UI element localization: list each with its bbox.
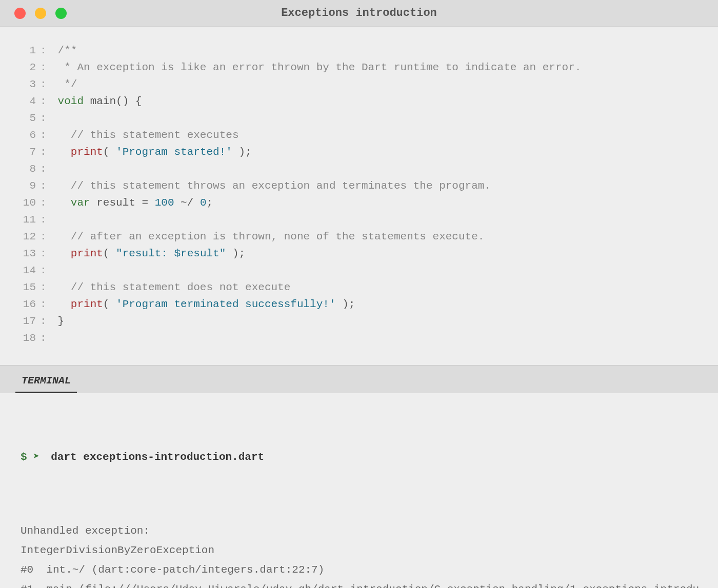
gutter-separator: : xyxy=(40,245,51,262)
code-line: 17: } xyxy=(0,313,718,330)
terminal-output: Unhandled exception:IntegerDivisionByZer… xyxy=(21,521,697,588)
terminal-output-line: #1 main (file:///Users/Uday.Hiwarale/uda… xyxy=(21,580,697,588)
line-number: 4 xyxy=(0,93,40,110)
window-title: Exceptions introduction xyxy=(0,7,718,19)
line-number: 17 xyxy=(0,313,40,330)
line-number: 2 xyxy=(0,59,40,76)
gutter-separator: : xyxy=(40,296,51,313)
code-content: // after an exception is thrown, none of… xyxy=(51,228,718,245)
gutter-separator: : xyxy=(40,279,51,296)
line-number: 9 xyxy=(0,177,40,194)
terminal-output-line: #0 int.~/ (dart:core-patch/integers.dart… xyxy=(21,560,697,580)
code-content: // this statement throws an exception an… xyxy=(51,177,718,194)
line-number: 5 xyxy=(0,110,40,127)
code-content: * An exception is like an error thrown b… xyxy=(51,59,718,76)
code-line: 14: xyxy=(0,262,718,279)
gutter-separator: : xyxy=(40,194,51,211)
gutter-separator: : xyxy=(40,144,51,160)
line-number: 8 xyxy=(0,160,40,177)
gutter-separator: : xyxy=(40,211,51,228)
code-editor[interactable]: 1: /**2: * An exception is like an error… xyxy=(0,27,718,365)
prompt-arrow-icon: ➤ xyxy=(33,448,40,467)
code-line: 3: */ xyxy=(0,76,718,93)
code-content: } xyxy=(51,313,718,330)
code-content xyxy=(51,110,718,127)
code-line: 1: /** xyxy=(0,42,718,59)
terminal-tabbar: TERMINAL xyxy=(0,365,718,393)
code-content: // this statement executes xyxy=(51,127,718,144)
line-number: 16 xyxy=(0,296,40,313)
code-line: 7: print( 'Program started!' ); xyxy=(0,144,718,160)
code-line: 4: void main() { xyxy=(0,93,718,110)
gutter-separator: : xyxy=(40,177,51,194)
traffic-lights xyxy=(14,8,67,19)
prompt-dollar-icon: $ xyxy=(21,448,27,467)
code-content: // this statement does not execute xyxy=(51,279,718,296)
code-content xyxy=(51,211,718,228)
line-number: 3 xyxy=(0,76,40,93)
code-content: print( 'Program terminated successfully!… xyxy=(51,296,718,313)
close-icon[interactable] xyxy=(14,8,26,19)
code-content: print( 'Program started!' ); xyxy=(51,144,718,160)
minimize-icon[interactable] xyxy=(35,8,46,19)
gutter-separator: : xyxy=(40,127,51,144)
gutter-separator: : xyxy=(40,42,51,59)
terminal-command: dart exceptions-introduction.dart xyxy=(51,448,264,467)
gutter-separator: : xyxy=(40,330,51,347)
code-line: 5: xyxy=(0,110,718,127)
code-content: void main() { xyxy=(51,93,718,110)
code-line: 11: xyxy=(0,211,718,228)
code-content: /** xyxy=(51,42,718,59)
gutter-separator: : xyxy=(40,59,51,76)
gutter-separator: : xyxy=(40,93,51,110)
line-number: 1 xyxy=(0,42,40,59)
code-line: 18: xyxy=(0,330,718,347)
gutter-separator: : xyxy=(40,228,51,245)
code-line: 8: xyxy=(0,160,718,177)
gutter-separator: : xyxy=(40,110,51,127)
line-number: 14 xyxy=(0,262,40,279)
gutter-separator: : xyxy=(40,313,51,330)
gutter-separator: : xyxy=(40,160,51,177)
terminal-output-line: IntegerDivisionByZeroException xyxy=(21,541,697,560)
gutter-separator: : xyxy=(40,262,51,279)
code-line: 9: // this statement throws an exception… xyxy=(0,177,718,194)
code-content xyxy=(51,330,718,347)
gutter-separator: : xyxy=(40,76,51,93)
line-number: 12 xyxy=(0,228,40,245)
titlebar: Exceptions introduction xyxy=(0,0,718,27)
terminal-panel[interactable]: $ ➤ dart exceptions-introduction.dart Un… xyxy=(0,393,718,588)
code-content: var result = 100 ~/ 0; xyxy=(51,194,718,211)
code-line: 2: * An exception is like an error throw… xyxy=(0,59,718,76)
tab-terminal[interactable]: TERMINAL xyxy=(15,373,77,393)
line-number: 11 xyxy=(0,211,40,228)
line-number: 15 xyxy=(0,279,40,296)
code-line: 15: // this statement does not execute xyxy=(0,279,718,296)
line-number: 6 xyxy=(0,127,40,144)
code-line: 6: // this statement executes xyxy=(0,127,718,144)
maximize-icon[interactable] xyxy=(55,8,67,19)
code-content xyxy=(51,160,718,177)
code-line: 16: print( 'Program terminated successfu… xyxy=(0,296,718,313)
line-number: 7 xyxy=(0,144,40,160)
terminal-output-line: Unhandled exception: xyxy=(21,521,697,541)
editor-window: Exceptions introduction 1: /**2: * An ex… xyxy=(0,0,718,588)
code-line: 12: // after an exception is thrown, non… xyxy=(0,228,718,245)
terminal-prompt: $ ➤ dart exceptions-introduction.dart xyxy=(21,448,697,467)
code-content: print( "result: $result" ); xyxy=(51,245,718,262)
code-content xyxy=(51,262,718,279)
code-content: */ xyxy=(51,76,718,93)
line-number: 10 xyxy=(0,194,40,211)
line-number: 18 xyxy=(0,330,40,347)
code-line: 10: var result = 100 ~/ 0; xyxy=(0,194,718,211)
code-line: 13: print( "result: $result" ); xyxy=(0,245,718,262)
line-number: 13 xyxy=(0,245,40,262)
